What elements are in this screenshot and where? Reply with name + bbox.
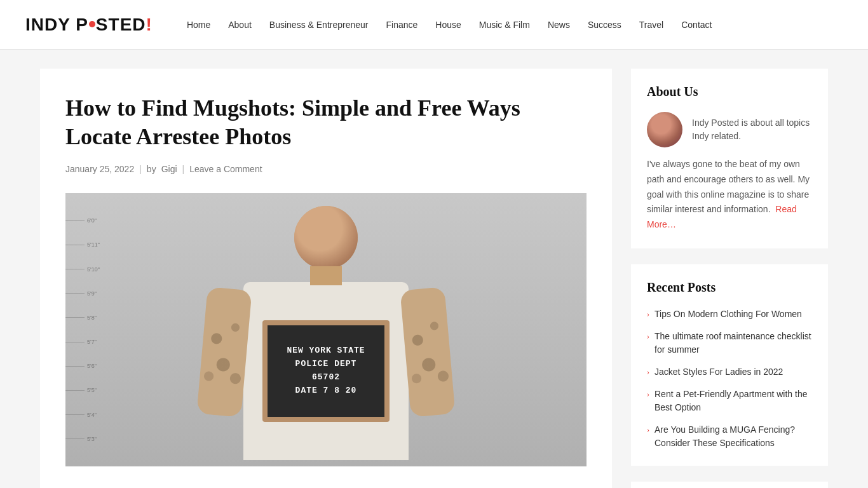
person-head: [294, 206, 358, 269]
sign-line3: 65702: [287, 371, 365, 384]
logo-o-dot: [89, 21, 95, 27]
sidebar-recent-posts: Recent Posts › Tips On Modern Clothing F…: [631, 264, 828, 466]
chevron-icon: ›: [647, 367, 649, 377]
nav-item-home[interactable]: Home: [178, 20, 219, 30]
recent-posts-title: Recent Posts: [647, 280, 812, 295]
nav-item-travel[interactable]: Travel: [630, 20, 672, 30]
about-us-title: About Us: [647, 85, 812, 99]
site-header: INDY PSTED! Home About Business & Entrep…: [0, 0, 868, 50]
sidebar-connect: Connect with us f ◉ 𝕏: [631, 482, 828, 488]
person-neck: [310, 266, 342, 285]
article-meta: January 25, 2022 | by Gigi | Leave a Com…: [65, 164, 587, 174]
article-leave-comment[interactable]: Leave a Comment: [189, 164, 262, 174]
person-body: NEW YORK STATE POLICE DEPT 65702 DATE 7 …: [243, 282, 409, 460]
nav-item-business[interactable]: Business & Entrepreneur: [261, 20, 377, 30]
logo-text-sted: STED: [96, 15, 146, 34]
chevron-icon: ›: [647, 425, 649, 435]
nav-item-music-film[interactable]: Music & Film: [470, 20, 539, 30]
sign-board: NEW YORK STATE POLICE DEPT 65702 DATE 7 …: [262, 320, 390, 422]
sign-line2: POLICE DEPT: [287, 358, 365, 371]
nav-item-success[interactable]: Success: [579, 20, 630, 30]
nav-item-house[interactable]: House: [426, 20, 470, 30]
list-item: › Jacket Styles For Ladies in 2022: [647, 365, 812, 379]
about-us-description: I've always gone to the beat of my own p…: [647, 157, 812, 233]
recent-post-link-5[interactable]: Are You Building a MUGA Fencing? Conside…: [654, 423, 812, 450]
recent-post-link-1[interactable]: Tips On Modern Clothing For Women: [654, 308, 802, 321]
author-avatar: [647, 112, 682, 147]
list-item: › The ultimate roof maintenance checklis…: [647, 330, 812, 356]
sidebar-about-us: About Us Indy Posted is about all topics…: [631, 69, 828, 248]
person-silhouette: NEW YORK STATE POLICE DEPT 65702 DATE 7 …: [205, 193, 447, 466]
recent-post-link-3[interactable]: Jacket Styles For Ladies in 2022: [654, 365, 783, 379]
chevron-icon: ›: [647, 309, 649, 319]
height-lines: 6'0" 5'11" 5'10" 5'9" 5'8" 5'7" 5'6" 5'5…: [65, 193, 104, 466]
about-us-top: Indy Posted is about all topics Indy rel…: [647, 112, 812, 147]
sidebar: About Us Indy Posted is about all topics…: [631, 69, 828, 488]
article-image: 6'0" 5'11" 5'10" 5'9" 5'8" 5'7" 5'6" 5'5…: [65, 193, 587, 466]
list-item: › Are You Building a MUGA Fencing? Consi…: [647, 423, 812, 450]
site-logo[interactable]: INDY PSTED!: [25, 15, 153, 35]
page-wrapper: How to Find Mugshots: Simple and Free Wa…: [27, 50, 841, 488]
article-by: by: [147, 164, 156, 174]
article-author[interactable]: Gigi: [161, 164, 177, 174]
nav-item-about[interactable]: About: [219, 20, 261, 30]
recent-posts-list: › Tips On Modern Clothing For Women › Th…: [647, 308, 812, 450]
list-item: › Tips On Modern Clothing For Women: [647, 308, 812, 321]
about-us-tagline: Indy Posted is about all topics Indy rel…: [692, 116, 812, 143]
article-title: How to Find Mugshots: Simple and Free Wa…: [65, 94, 587, 151]
chevron-icon: ›: [647, 390, 649, 399]
meta-sep-2: |: [182, 164, 185, 174]
nav-item-finance[interactable]: Finance: [377, 20, 426, 30]
arm-left: [196, 287, 252, 417]
sign-text: NEW YORK STATE POLICE DEPT 65702 DATE 7 …: [287, 344, 365, 397]
mugshot-scene: 6'0" 5'11" 5'10" 5'9" 5'8" 5'7" 5'6" 5'5…: [65, 193, 587, 466]
main-content: How to Find Mugshots: Simple and Free Wa…: [40, 69, 612, 488]
article-date: January 25, 2022: [65, 164, 134, 174]
logo-exclaim: !: [146, 15, 153, 34]
sign-line4: DATE 7 8 20: [287, 384, 365, 398]
main-nav: Home About Business & Entrepreneur Finan…: [178, 20, 721, 30]
list-item: › Rent a Pet-Friendly Apartment with the…: [647, 388, 812, 414]
arm-right: [400, 287, 455, 417]
sign-line1: NEW YORK STATE: [287, 344, 365, 358]
nav-item-news[interactable]: News: [539, 20, 579, 30]
recent-post-link-2[interactable]: The ultimate roof maintenance checklist …: [654, 330, 812, 356]
recent-post-link-4[interactable]: Rent a Pet-Friendly Apartment with the B…: [654, 388, 812, 414]
logo-text-indy: INDY P: [25, 15, 88, 34]
nav-item-contact[interactable]: Contact: [672, 20, 721, 30]
meta-sep-1: |: [139, 164, 142, 174]
about-us-content: Indy Posted is about all topics Indy rel…: [647, 112, 812, 233]
chevron-icon: ›: [647, 332, 649, 341]
